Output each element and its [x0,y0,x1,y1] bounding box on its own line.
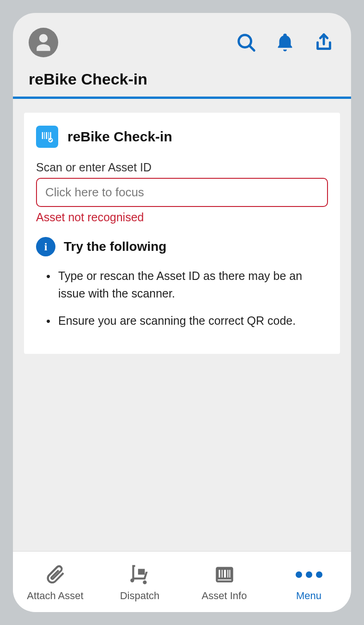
svg-rect-8 [227,570,228,577]
hint-header: i Try the following [36,237,328,256]
barcode-check-icon [36,126,58,148]
nav-label: Dispatch [120,590,160,602]
asset-id-error: Asset not recognised [36,211,328,224]
nav-label: Asset Info [202,590,247,602]
more-dots-icon [296,562,322,587]
asset-id-input-wrap[interactable] [36,178,328,207]
search-button[interactable] [235,31,258,54]
user-icon [33,32,54,53]
nav-attach-asset[interactable]: Attach Asset [13,562,97,602]
asset-id-label: Scan or enter Asset ID [36,161,328,174]
top-bar [13,13,351,57]
share-icon [313,32,334,53]
nav-label: Menu [296,590,322,602]
barcode-box-icon [213,562,236,587]
device-frame: reBike Check-in reBike Check-in Scan or … [0,0,364,625]
nav-dispatch[interactable]: Dispatch [97,562,182,602]
dolly-icon [128,562,152,587]
hint-item: Ensure you are scanning the correct QR c… [46,312,328,330]
content-area: reBike Check-in Scan or enter Asset ID A… [13,99,351,551]
nav-menu[interactable]: Menu [267,562,351,602]
top-actions [235,31,335,54]
svg-point-3 [143,580,146,584]
page-title: reBike Check-in [13,57,351,97]
svg-rect-9 [229,570,230,577]
hint-item: Type or rescan the Asset ID as there may… [46,267,328,302]
hint-title: Try the following [64,239,166,254]
paperclip-icon [44,562,67,587]
app-screen: reBike Check-in reBike Check-in Scan or … [13,13,351,612]
hint-list: Type or rescan the Asset ID as there may… [36,267,328,330]
checkin-card: reBike Check-in Scan or enter Asset ID A… [24,113,340,354]
search-icon [236,32,257,53]
card-title: reBike Check-in [67,129,172,145]
nav-asset-info[interactable]: Asset Info [182,562,267,602]
svg-line-1 [249,46,254,50]
svg-rect-6 [221,570,222,577]
bottom-nav: Attach Asset Dispatch Asset Info Menu [13,551,351,612]
svg-rect-5 [218,570,220,577]
bell-icon [274,32,296,53]
share-button[interactable] [312,31,335,54]
profile-avatar[interactable] [29,28,58,57]
nav-label: Attach Asset [27,590,83,602]
info-icon: i [36,237,55,256]
svg-rect-7 [224,570,225,577]
notifications-button[interactable] [273,31,297,54]
card-header: reBike Check-in [36,126,328,148]
svg-rect-10 [218,579,231,580]
asset-id-input[interactable] [45,185,319,200]
